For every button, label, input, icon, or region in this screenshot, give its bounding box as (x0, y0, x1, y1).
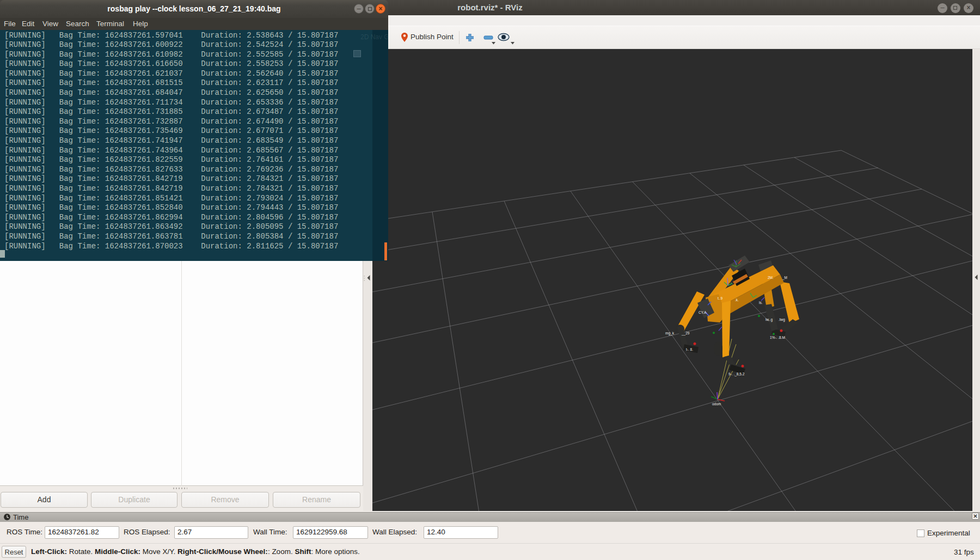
svg-text:1%-. .8.M: 1%-. .8.M (770, 336, 785, 339)
svg-text:2M.: 2M. (768, 276, 774, 279)
svg-text:Publish Point: Publish Point (411, 33, 454, 41)
svg-text:odom: odom (712, 402, 721, 406)
svg-text:__29: __29 (681, 331, 690, 336)
svg-text:.k.: .k. (735, 298, 739, 302)
svg-text:t-. 8.: t-. 8. (686, 348, 693, 351)
svg-text:mg_k: mg_k (665, 331, 675, 336)
svg-text:.twg: .twg (779, 318, 785, 322)
svg-text:9-. ._8,5.2: 9-. ._8,5.2 (728, 372, 745, 376)
svg-text:CY.A: CY.A (699, 311, 707, 314)
svg-text:ls.: ls. (759, 301, 763, 305)
svg-text:t..9: t..9 (718, 296, 722, 300)
svg-text:_M: _M (782, 276, 787, 280)
svg-text:lw..g: lw..g (765, 318, 773, 322)
